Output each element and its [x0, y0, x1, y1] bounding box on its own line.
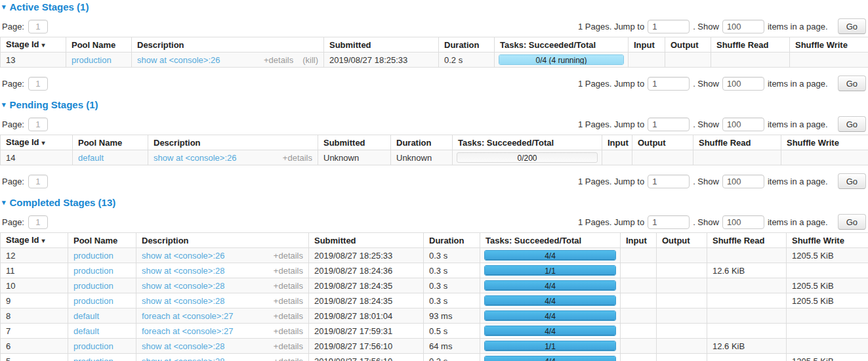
description-link[interactable]: show at <console>:28 — [142, 342, 224, 350]
pool-name-link[interactable]: production — [73, 356, 114, 361]
column-header-shuffle-read: Shuffle Read — [707, 233, 787, 248]
description-link[interactable]: show at <console>:26 — [137, 56, 220, 64]
pool-name-link[interactable]: production — [72, 55, 112, 65]
sort-desc-icon: ▾ — [42, 139, 45, 146]
stage-row: 9productionshow at <console>:28+details2… — [1, 293, 868, 308]
pool-name-link[interactable]: production — [73, 251, 114, 261]
details-link[interactable]: +details — [274, 357, 303, 361]
tasks-cell: 4/4 — [480, 293, 621, 308]
tasks-cell: 4/4 — [480, 324, 621, 339]
go-button[interactable]: Go — [838, 18, 866, 34]
column-header-description: Description — [132, 37, 324, 53]
active-stages-heading[interactable]: ▾ Active Stages (1) — [2, 1, 868, 12]
duration-cell: 93 ms — [424, 308, 480, 324]
description-cell: show at <console>:28+details — [136, 354, 309, 361]
column-header-stage-id[interactable]: Stage Id▾ — [1, 135, 73, 150]
shuffle-read-cell — [711, 53, 790, 68]
pagination-page-group: Page: — [2, 20, 48, 33]
page-number-input[interactable] — [28, 117, 48, 131]
pool-name-link[interactable]: production — [73, 296, 114, 306]
pending-stages-section: ▾ Pending Stages (1) Page:1 Pages. Jump … — [0, 99, 868, 188]
column-header-label: Pool Name — [72, 40, 115, 50]
pagination-controls: Page:1 Pages. Jump to. Showitems in a pa… — [2, 174, 866, 188]
details-link[interactable]: +details — [274, 266, 303, 275]
go-button[interactable]: Go — [838, 116, 866, 132]
details-link[interactable]: +details — [274, 297, 303, 305]
page-number-input[interactable] — [28, 215, 48, 229]
page-label: Page: — [2, 217, 24, 227]
shuffle-read-cell: 12.6 KiB — [707, 339, 787, 354]
details-link[interactable]: +details — [283, 154, 312, 162]
show-items-input[interactable] — [722, 117, 764, 131]
completed-stages-heading[interactable]: ▾ Completed Stages (13) — [2, 197, 868, 208]
description-link[interactable]: show at <console>:28 — [142, 266, 224, 275]
collapse-arrow-icon: ▾ — [2, 3, 6, 11]
jump-to-page-input[interactable] — [648, 175, 690, 188]
column-header-tasks-succeeded-total: Tasks: Succeeded/Total — [480, 233, 621, 248]
page-number-input[interactable] — [28, 77, 48, 91]
duration-cell: 0.2 s — [424, 354, 480, 361]
go-button[interactable]: Go — [838, 75, 866, 91]
pending-stages-heading[interactable]: ▾ Pending Stages (1) — [2, 99, 868, 110]
details-link[interactable]: +details — [274, 312, 303, 320]
go-button[interactable]: Go — [838, 214, 866, 230]
output-cell — [657, 339, 707, 354]
task-progress-bar: 0/200 — [457, 152, 598, 163]
details-link[interactable]: +details — [264, 56, 293, 64]
task-progress-bar: 4/4 — [484, 356, 616, 361]
show-items-input[interactable] — [722, 77, 764, 91]
kill-link[interactable]: (kill) — [302, 56, 318, 64]
column-header-label: Shuffle Read — [716, 40, 768, 50]
duration-cell: 0.3 s — [424, 278, 480, 293]
pool-name-link[interactable]: production — [73, 281, 114, 291]
jump-to-page-input[interactable] — [648, 215, 690, 229]
task-progress-bar: 1/1 — [484, 341, 616, 351]
pagination-controls: Page:1 Pages. Jump to. Showitems in a pa… — [2, 76, 866, 91]
submitted-cell: 2019/08/27 18:24:35 — [309, 293, 424, 308]
column-header-label: Input — [626, 236, 647, 245]
submitted-cell: 2019/08/27 17:56:10 — [309, 354, 424, 361]
show-items-input[interactable] — [722, 215, 764, 229]
column-header-label: Duration — [429, 236, 464, 245]
description-link[interactable]: show at <console>:28 — [142, 297, 224, 305]
pool-name-link[interactable]: default — [73, 326, 99, 336]
column-header-pool-name: Pool Name — [73, 135, 148, 150]
jump-to-page-input[interactable] — [648, 20, 690, 33]
column-header-input: Input — [621, 233, 657, 248]
description-link[interactable]: show at <console>:28 — [142, 282, 224, 290]
pages-info-text: 1 Pages. Jump to — [578, 217, 644, 227]
show-items-input[interactable] — [722, 175, 764, 188]
submitted-cell: 2019/08/27 17:59:31 — [309, 324, 424, 339]
shuffle-write-cell: 1205.5 KiB — [787, 248, 868, 263]
column-header-stage-id[interactable]: Stage Id▾ — [1, 37, 66, 53]
details-link[interactable]: +details — [274, 342, 303, 350]
column-header-tasks-succeeded-total: Tasks: Succeeded/Total — [453, 135, 602, 150]
go-button[interactable]: Go — [838, 173, 866, 189]
details-link[interactable]: +details — [274, 327, 303, 335]
column-header-label: Pool Name — [78, 138, 122, 148]
description-link[interactable]: foreach at <console>:27 — [142, 327, 234, 335]
description-link[interactable]: show at <console>:28 — [142, 357, 224, 361]
show-items-input[interactable] — [722, 20, 764, 33]
shuffle-write-cell — [781, 150, 868, 165]
stage-row: 11productionshow at <console>:28+details… — [1, 263, 868, 278]
column-header-stage-id[interactable]: Stage Id▾ — [1, 233, 68, 248]
stage-id-cell: 8 — [1, 308, 68, 324]
details-link[interactable]: +details — [274, 251, 303, 260]
page-number-input[interactable] — [28, 175, 48, 188]
pool-name-link[interactable]: production — [73, 341, 114, 351]
submitted-cell: 2019/08/27 18:25:33 — [309, 248, 424, 263]
sort-desc-icon: ▾ — [42, 237, 45, 244]
pool-name-link[interactable]: production — [73, 266, 114, 276]
page-number-input[interactable] — [28, 20, 48, 33]
details-link[interactable]: +details — [274, 282, 303, 290]
shuffle-read-cell: 12.6 KiB — [707, 263, 787, 278]
description-link[interactable]: foreach at <console>:27 — [142, 312, 234, 320]
jump-to-page-input[interactable] — [648, 117, 690, 131]
jump-to-page-input[interactable] — [648, 77, 690, 91]
description-link[interactable]: show at <console>:26 — [142, 251, 224, 260]
pool-name-link[interactable]: default — [78, 153, 104, 163]
description-link[interactable]: show at <console>:26 — [154, 154, 236, 162]
pool-name-link[interactable]: default — [73, 311, 99, 321]
shuffle-write-cell — [787, 263, 868, 278]
